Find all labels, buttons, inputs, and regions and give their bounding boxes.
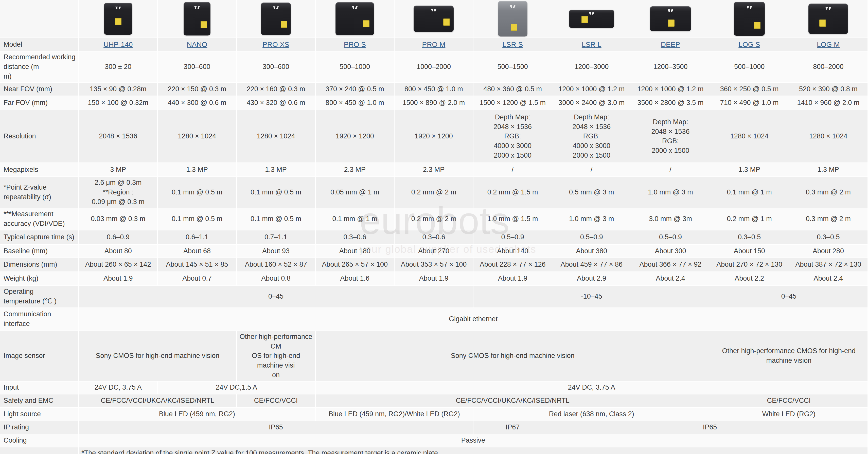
row-label-light-source: Light source xyxy=(0,408,79,421)
megapixels-value: / xyxy=(473,163,552,177)
product-image-uhp-140 xyxy=(104,3,132,35)
weight-value: About 2.4 xyxy=(789,272,868,286)
row-label-operating-temperature: Operatingtemperature (℃ ) xyxy=(0,286,79,308)
product-image-cell xyxy=(552,0,631,38)
light-source-value: Red laser (638 nm, Class 2) xyxy=(473,408,710,421)
model-link-pro-xs[interactable]: PRO XS xyxy=(262,40,289,48)
product-image-cell xyxy=(789,0,868,38)
resolution-value: Depth Map:2048 × 1536RGB:4000 x 30002000… xyxy=(552,110,631,163)
resolution-value: 1920 × 1200 xyxy=(316,110,395,163)
near-fov-value: 520 × 390 @ 0.8 m xyxy=(789,83,868,96)
dimensions-value: About 265 × 57 × 100 xyxy=(316,258,395,272)
model-cell: LSR L xyxy=(552,38,631,52)
dimensions-value: About 145 × 51 × 85 xyxy=(158,258,237,272)
row-label-cooling: Cooling xyxy=(0,434,79,447)
baseline-value: About 270 xyxy=(395,245,473,258)
warning-sticker-icon xyxy=(582,16,588,23)
operating-temperature-value: -10–45 xyxy=(473,286,710,308)
dimensions-value: About 459 × 77 × 86 xyxy=(552,258,631,272)
near-fov-value: 480 × 360 @ 0.5 m xyxy=(473,83,552,96)
warning-sticker-icon xyxy=(511,24,517,31)
product-image-pro-m xyxy=(413,6,454,32)
weight-value: About 2.2 xyxy=(710,272,789,286)
warning-sticker-icon xyxy=(281,21,287,28)
image-sensor-value: Sony CMOS for high-end machine vision xyxy=(79,331,237,382)
model-link-pro-m[interactable]: PRO M xyxy=(422,40,445,48)
product-image-cell xyxy=(237,0,316,38)
row-label-input: Input xyxy=(0,382,79,394)
z-repeatability-value: 0.1 mm @ 0.5 m xyxy=(158,177,237,208)
brand-logo-icon xyxy=(589,12,594,15)
product-image-log-s xyxy=(734,2,765,36)
baseline-value: About 68 xyxy=(158,245,237,258)
brand-logo-icon xyxy=(431,9,436,11)
capture-time-value: 0.3–0.6 xyxy=(395,230,473,245)
megapixels-value: 1.3 MP xyxy=(789,163,868,177)
row-label-communication-interface: Communicationinterface xyxy=(0,308,79,331)
megapixels-value: 1.3 MP xyxy=(158,163,237,177)
safety-emc-value: CE/FCC/VCCI xyxy=(710,394,868,408)
product-image-cell xyxy=(473,0,552,38)
measurement-accuracy-value: 1.0 mm @ 3 m xyxy=(552,208,631,230)
product-image-cell xyxy=(710,0,789,38)
working-distance-value: 1000–2000 xyxy=(395,52,473,83)
dimensions-value: About 353 × 57 × 100 xyxy=(395,258,473,272)
input-value: 24V DC, 3.75 A xyxy=(316,382,868,394)
warning-sticker-icon xyxy=(754,22,761,29)
weight-value: About 1.9 xyxy=(79,272,158,286)
model-link-lsr-s[interactable]: LSR S xyxy=(502,40,523,48)
ip-rating-value: IP65 xyxy=(79,421,473,434)
megapixels-value: 2.3 MP xyxy=(395,163,473,177)
working-distance-value: 800–2000 xyxy=(789,52,868,83)
model-link-log-m[interactable]: LOG M xyxy=(817,40,840,48)
working-distance-value: 1200–3000 xyxy=(552,52,631,83)
model-link-nano[interactable]: NANO xyxy=(187,40,207,48)
resolution-value: 1920 × 1200 xyxy=(395,110,473,163)
z-repeatability-value: 0.1 mm @ 1 m xyxy=(710,177,789,208)
model-link-pro-s[interactable]: PRO S xyxy=(344,40,366,48)
product-image-cell xyxy=(631,0,710,38)
row-label-far-fov: Far FOV (mm) xyxy=(0,96,79,110)
capture-time-value: 0.5–0.9 xyxy=(552,230,631,245)
z-repeatability-value: 1.0 mm @ 3 m xyxy=(631,177,710,208)
brand-logo-icon xyxy=(747,6,752,9)
model-cell: LOG S xyxy=(710,38,789,52)
model-link-uhp-140[interactable]: UHP-140 xyxy=(103,40,133,48)
resolution-value: Depth Map:2048 × 1536RGB:2000 x 1500 xyxy=(631,110,710,163)
near-fov-value: 135 × 90 @ 0.28m xyxy=(79,83,158,96)
capture-time-value: 0.5–0.9 xyxy=(631,230,710,245)
warning-sticker-icon xyxy=(668,20,675,27)
measurement-accuracy-value: 0.2 mm @ 1 m xyxy=(710,208,789,230)
dimensions-value: About 160 × 52 × 87 xyxy=(237,258,316,272)
operating-temperature-value: 0–45 xyxy=(710,286,868,308)
model-link-deep[interactable]: DEEP xyxy=(661,40,680,48)
measurement-accuracy-value: 0.03 mm @ 0.3 m xyxy=(79,208,158,230)
working-distance-value: 500–1500 xyxy=(473,52,552,83)
resolution-value: 1280 × 1024 xyxy=(158,110,237,163)
row-label-model: Model xyxy=(0,38,79,52)
model-link-log-s[interactable]: LOG S xyxy=(738,40,760,48)
product-image-pro-s xyxy=(336,2,374,35)
far-fov-value: 440 × 300 @ 0.6 m xyxy=(158,96,237,110)
near-fov-value: 220 × 160 @ 0.3 m xyxy=(237,83,316,96)
brand-logo-icon xyxy=(826,7,831,10)
capture-time-value: 0.6–1.1 xyxy=(158,230,237,245)
spec-table: ModelUHP-140NANOPRO XSPRO SPRO MLSR SLSR… xyxy=(0,0,868,454)
megapixels-value: 2.3 MP xyxy=(316,163,395,177)
warning-sticker-icon xyxy=(115,18,121,25)
capture-time-value: 0.3–0.5 xyxy=(710,230,789,245)
baseline-value: About 80 xyxy=(79,245,158,258)
z-repeatability-value: 0.5 mm @ 3 m xyxy=(552,177,631,208)
megapixels-value: / xyxy=(631,163,710,177)
baseline-value: About 380 xyxy=(552,245,631,258)
far-fov-value: 710 × 490 @ 1.0 m xyxy=(710,96,789,110)
z-repeatability-value: 0.3 mm @ 2 m xyxy=(789,177,868,208)
weight-value: About 1.9 xyxy=(473,272,552,286)
z-repeatability-value: 0.05 mm @ 1 m xyxy=(316,177,395,208)
baseline-value: About 300 xyxy=(631,245,710,258)
light-source-value: Blue LED (459 nm, RG2) xyxy=(79,408,316,421)
model-link-lsr-l[interactable]: LSR L xyxy=(582,40,601,48)
brand-logo-icon xyxy=(194,6,200,9)
far-fov-value: 1410 × 960 @ 2.0 m xyxy=(789,96,868,110)
dimensions-value: About 270 × 72 × 130 xyxy=(710,258,789,272)
